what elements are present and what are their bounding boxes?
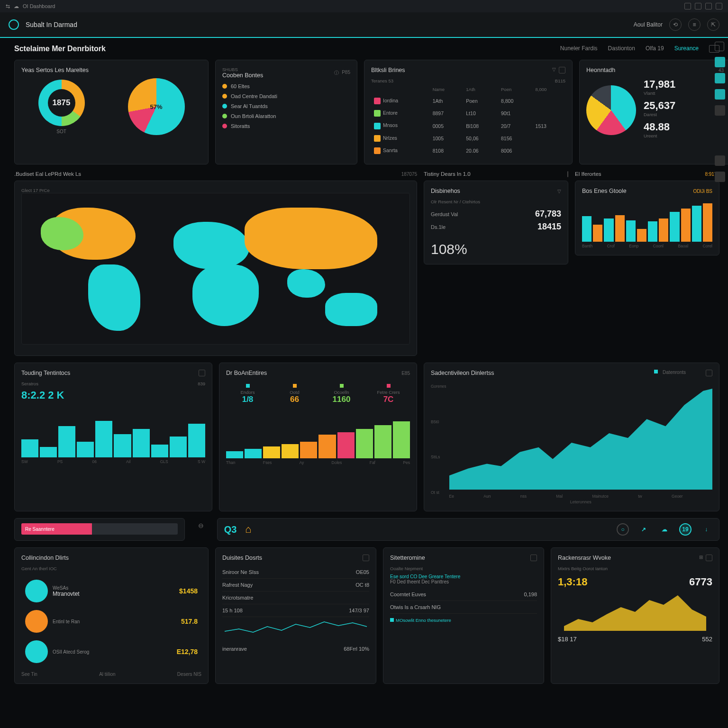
legend-item[interactable]: Oad Centre Dandati [222,93,350,99]
tray-icon[interactable] [705,3,712,9]
info-line: F0 Ded theent Dec Panttres [390,579,537,584]
card-title: Sadecntivileon Dinlertss [431,370,494,376]
rail-search-icon[interactable] [715,42,724,51]
rail-icon[interactable] [715,155,725,166]
pie-label: 57% [150,103,162,110]
table-row[interactable]: Sanrta810820.068006 [372,145,564,156]
bar-chart [226,411,410,458]
rail-icon[interactable] [715,105,725,116]
card-title: Touding Tentintocs [21,370,70,376]
bar-chart [582,199,712,242]
tb-badge[interactable]: 19 [679,523,692,536]
tb-down-icon[interactable]: ↓ [700,523,712,536]
stat-value: 1,3:18 [558,576,587,588]
tab-item[interactable]: Dastionton [608,45,635,53]
legend-item[interactable]: Oun Brtoli Alaratton [222,113,350,119]
card-badge: 839 [198,381,205,386]
table-sub: Teranes 53 [371,78,393,83]
tb-circle-icon[interactable]: ○ [617,523,629,536]
info-line: Ese sord CO Dee Greare Tentere [390,574,537,579]
tb-q3[interactable]: Q3 [224,523,237,536]
list-item[interactable]: OSII Atecd SerogE12,78 [21,637,201,667]
rail-icon[interactable] [715,89,725,100]
rail-icon[interactable] [715,73,725,83]
kv-value: 0,198 [524,592,537,597]
card-recovery: Rackensrasr Wvoke⊞ Mixtrs Beitg Oorot Ia… [551,547,719,684]
expand-icon[interactable] [363,555,369,561]
map-subtitle: Glect 17 PrCe [21,188,410,193]
header-user[interactable]: Aoul Balitor [634,21,663,28]
footer-value: 68Frrl 10% [344,646,369,652]
list-item[interactable]: WeSAsMtranovtet$1458 [21,576,201,606]
dropdown-icon[interactable]: ▽ [557,189,561,194]
back-icon[interactable]: ⇆ [6,3,10,9]
expand-icon[interactable] [559,67,565,73]
progress-next-icon[interactable]: ⊖ [191,518,210,541]
card-subtitle: SHUBS [222,67,263,72]
footer-link[interactable]: Desers NIS [177,672,201,677]
card-sitter: Sitetteromine Ooalte Nepment Ese sord CO… [383,547,544,684]
card-eco-bars: Bos Enes GtooleODlJi BS BanthCrofEonpCoo… [575,181,719,255]
card-sub: Gent An therl IOC [21,566,201,571]
table-row[interactable]: Entore8897Lt1090t1 [372,108,564,119]
options-icon[interactable] [567,171,568,177]
stat-card: Fetre Crers7C [367,381,410,407]
legend-item[interactable]: 60 Eltes [222,83,350,89]
card-conversion: Sadecntivileon DinlertssDatenronts Goren… [424,363,719,511]
rail-icon[interactable] [715,172,725,182]
refresh-icon[interactable]: ⟲ [669,18,682,31]
rail-icon[interactable] [715,57,725,67]
expand-icon[interactable] [530,555,537,561]
stat-card: Ootd66 [273,381,316,407]
card-badge: E85 [401,371,410,376]
big-percent: 108% [431,241,561,257]
expand-icon[interactable] [706,555,712,561]
tray-icon[interactable] [695,3,701,9]
area-chart [449,381,712,490]
table-row[interactable]: Iordina1AthPoen8,800 [372,95,564,107]
kv-row: Kricrotsmatre [222,592,369,604]
stat-value: 67,783 [535,209,561,219]
filter-icon[interactable]: ▽ [552,67,556,73]
table-row[interactable]: Mnsos0005Bl10820/71513 [372,120,564,131]
card-title: Collincindon Dlirts [21,555,69,561]
tab-item[interactable]: Sureance [674,45,699,53]
legend-item[interactable]: Sear Al Tuantds [222,103,350,109]
right-rail [711,38,728,186]
tb-cloud-icon[interactable]: ☁ [658,523,671,536]
header-title: Subalt In Darmad [26,21,77,28]
area-chart [558,593,712,631]
footer-link[interactable]: See Tin [21,672,37,677]
section-title: El Iferortes [575,171,601,177]
tab-item[interactable]: Nuneler Fardis [560,45,598,53]
info-icon[interactable]: ⓘ [334,70,339,76]
tray-icon[interactable] [684,3,691,9]
page-title: Sctelaime Mer Denrbitork [14,45,106,53]
bar-chart [21,405,205,457]
menu-icon[interactable]: ≡ [688,18,701,31]
app-header: Subalt In Darmad Aoul Balitor ⟲ ≡ ⇱ [0,12,728,38]
tab-item[interactable]: Olfa 19 [646,45,664,53]
grid-icon[interactable]: ⊞ [699,555,703,561]
expand-icon[interactable] [706,370,712,376]
world-map[interactable] [21,193,410,345]
big-number: 8:2.2 2 K [21,389,205,401]
app-label: OI Dashboard [23,3,55,9]
card-title: Duisites Dosrts [222,555,262,561]
table-badge: B115 [555,78,565,83]
tb-arrow-icon[interactable]: ↗ [637,523,650,536]
list-item[interactable]: Entinl te Ran517.8 [21,606,201,637]
legend-label: Datenronts [663,370,686,376]
card-collection: Collincindon Dlirts Gent An therl IOC We… [14,547,209,684]
card-title: Sitetteromine [390,555,425,561]
pie-chart [586,85,636,135]
donut-chart-2: 57% [128,78,185,135]
footer-link[interactable]: Al tiilion [99,672,115,677]
table-row[interactable]: Nrlzes100550,068156 [372,133,564,144]
export-icon[interactable]: ⇱ [707,18,719,31]
legend-item[interactable]: Sitoratts [222,123,350,129]
tab-bar: Nuneler Fardis Dastionton Olfa 19 Surean… [560,45,719,53]
expand-icon[interactable] [199,370,205,376]
tray-icon[interactable] [716,3,722,9]
home-icon[interactable]: ⌂ [245,523,251,536]
